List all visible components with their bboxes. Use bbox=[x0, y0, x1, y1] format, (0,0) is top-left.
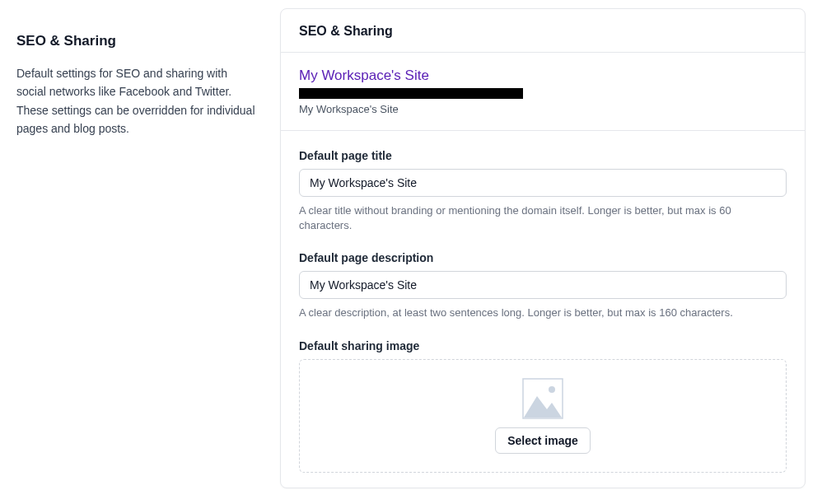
sidebar: SEO & Sharing Default settings for SEO a… bbox=[16, 8, 255, 488]
page-description-input[interactable] bbox=[299, 271, 787, 299]
sharing-image-group: Default sharing image Select image bbox=[299, 339, 787, 473]
page-description-label: Default page description bbox=[299, 251, 787, 264]
preview-url-redacted bbox=[299, 88, 523, 99]
form-section: Default page title A clear title without… bbox=[281, 131, 805, 488]
settings-container: SEO & Sharing Default settings for SEO a… bbox=[0, 0, 822, 497]
page-title-input[interactable] bbox=[299, 169, 787, 197]
image-dropzone[interactable]: Select image bbox=[299, 359, 787, 473]
page-description-help: A clear description, at least two senten… bbox=[299, 306, 787, 320]
seo-preview: My Workspace's Site My Workspace's Site bbox=[281, 53, 805, 131]
select-image-button[interactable]: Select image bbox=[495, 427, 591, 454]
preview-title: My Workspace's Site bbox=[299, 68, 787, 84]
settings-card: SEO & Sharing My Workspace's Site My Wor… bbox=[280, 8, 806, 488]
sidebar-description: Default settings for SEO and sharing wit… bbox=[16, 64, 255, 138]
preview-description: My Workspace's Site bbox=[299, 103, 787, 115]
card-header: SEO & Sharing bbox=[281, 9, 805, 53]
page-title-help: A clear title without branding or mentio… bbox=[299, 203, 787, 233]
page-title-group: Default page title A clear title without… bbox=[299, 149, 787, 233]
svg-point-1 bbox=[549, 386, 555, 393]
sidebar-title: SEO & Sharing bbox=[16, 33, 255, 49]
image-placeholder-icon bbox=[522, 378, 563, 419]
page-description-group: Default page description A clear descrip… bbox=[299, 251, 787, 320]
page-title-label: Default page title bbox=[299, 149, 787, 162]
card-title: SEO & Sharing bbox=[299, 24, 787, 39]
sharing-image-label: Default sharing image bbox=[299, 339, 787, 352]
